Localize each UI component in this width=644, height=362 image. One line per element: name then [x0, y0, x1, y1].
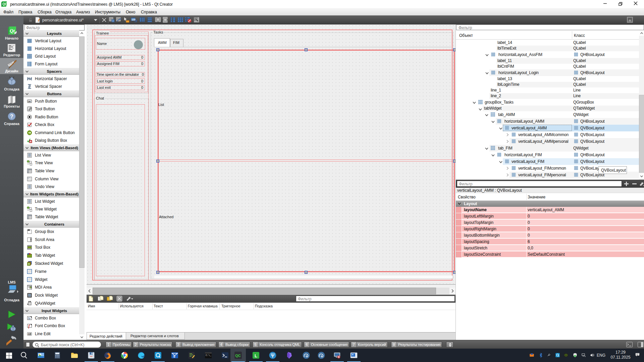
- svg-text:?: ?: [10, 114, 13, 119]
- svg-text:L: L: [255, 353, 257, 358]
- svg-text:C:\_: C:\_: [206, 354, 212, 357]
- svg-text:123: 123: [131, 18, 136, 21]
- svg-text:QC: QC: [235, 354, 241, 358]
- svg-text:QC: QC: [2, 2, 7, 6]
- svg-text:OK: OK: [28, 100, 31, 102]
- svg-text:Qt: Qt: [10, 28, 15, 34]
- svg-text:b: b: [173, 355, 175, 358]
